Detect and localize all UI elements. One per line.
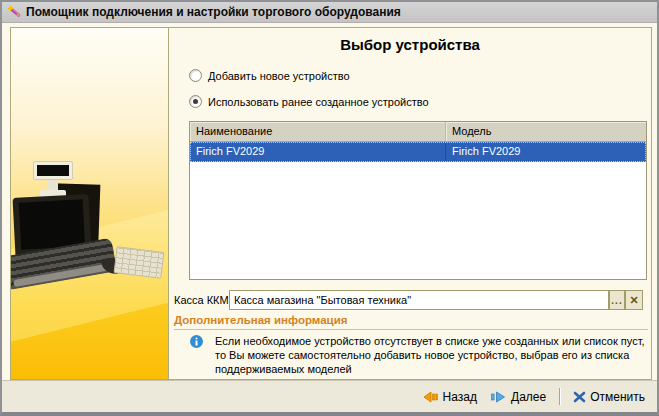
info-icon: [190, 335, 203, 348]
kkm-browse-button[interactable]: ...: [609, 290, 625, 310]
footer-button-bar: Назад Далее Отменить: [2, 380, 657, 412]
title-bar: Помощник подключения и настройки торгово…: [2, 2, 657, 23]
back-arrow-icon: [422, 391, 439, 403]
pos-equipment-illustration: [11, 28, 169, 379]
column-header-name[interactable]: Наименование: [190, 122, 446, 141]
column-header-model[interactable]: Модель: [446, 122, 646, 141]
next-arrow-icon: [490, 391, 507, 403]
additional-info-divider: [174, 329, 648, 330]
cancel-button-label: Отменить: [590, 390, 645, 404]
magic-wand-icon: [7, 5, 21, 19]
cancel-x-icon: [573, 391, 586, 403]
cancel-button[interactable]: Отменить: [573, 390, 645, 404]
footer-separator: [559, 388, 560, 405]
kkm-clear-button[interactable]: ✕: [625, 290, 643, 310]
device-model-cell: Firich FV2029: [446, 142, 646, 162]
next-button-label: Далее: [511, 390, 546, 404]
wizard-window: Помощник подключения и настройки торгово…: [0, 0, 659, 416]
customer-display: [33, 161, 73, 180]
radio-use-existing-label: Использовать ранее созданное устройство: [208, 96, 429, 108]
additional-info-header: Дополнительная информация: [174, 314, 347, 326]
device-row[interactable]: Firich FV2029 Firich FV2029: [190, 142, 646, 162]
kkm-input[interactable]: [229, 290, 609, 310]
back-button[interactable]: Назад: [422, 390, 477, 404]
page-content: Выбор устройства Добавить новое устройст…: [169, 28, 651, 379]
radio-circle: [189, 95, 202, 108]
device-table-header: Наименование Модель: [190, 122, 646, 142]
radio-add-new-label: Добавить новое устройство: [208, 70, 350, 82]
wizard-page: Выбор устройства Добавить новое устройст…: [10, 27, 652, 380]
radio-circle: [189, 69, 202, 82]
next-button[interactable]: Далее: [490, 390, 546, 404]
page-title: Выбор устройства: [169, 36, 651, 53]
device-table[interactable]: Наименование Модель Firich FV2029 Firich…: [189, 121, 647, 280]
kkm-field-label: Касса ККМ:: [174, 294, 232, 306]
radio-use-existing[interactable]: Использовать ранее созданное устройство: [189, 95, 429, 108]
additional-info-text: Если необходимое устройство отсутствует …: [215, 334, 649, 376]
back-button-label: Назад: [443, 390, 477, 404]
numeric-keypad: [114, 246, 165, 279]
window-title: Помощник подключения и настройки торгово…: [26, 5, 401, 19]
radio-add-new[interactable]: Добавить новое устройство: [189, 69, 350, 82]
device-name-cell: Firich FV2029: [190, 142, 446, 162]
